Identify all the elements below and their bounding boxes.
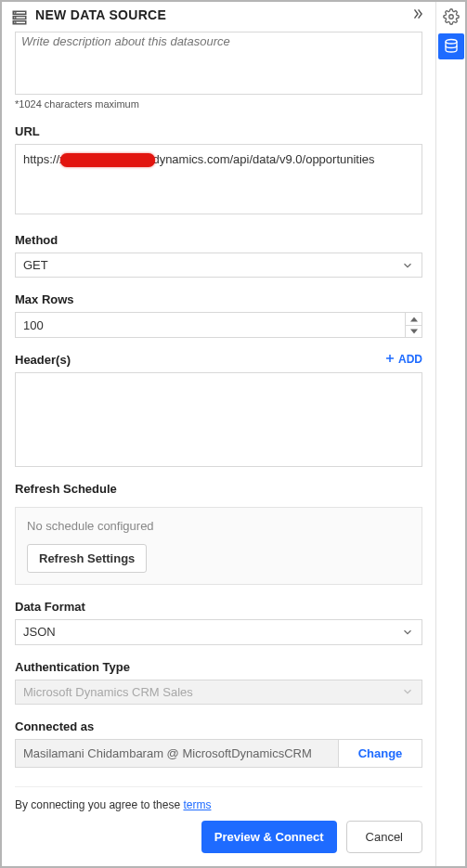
method-value: GET (23, 258, 48, 272)
refresh-label: Refresh Schedule (15, 482, 422, 496)
headers-row: Header(s) ADD (15, 353, 422, 367)
add-header-button[interactable]: ADD (384, 353, 422, 367)
change-connection-button[interactable]: Change (338, 740, 422, 767)
connected-value: Masilamani Chidambaram @ MicrosoftDynami… (16, 740, 338, 767)
chevron-down-icon (401, 626, 414, 639)
svg-point-5 (15, 22, 16, 23)
terms-line: By connecting you agree to these terms (15, 786, 422, 811)
side-rail (435, 2, 465, 866)
svg-point-6 (448, 15, 453, 19)
redacted-overlay (60, 153, 155, 167)
panel-title: NEW DATA SOURCE (35, 7, 426, 22)
refresh-settings-button[interactable]: Refresh Settings (27, 544, 147, 573)
maxrows-input[interactable] (16, 313, 405, 336)
maxrows-stepper (15, 312, 422, 337)
chevron-down-icon (401, 259, 414, 272)
settings-tab[interactable] (438, 4, 464, 30)
action-buttons: Preview & Connect Cancel (15, 821, 422, 857)
datasource-icon (11, 9, 28, 30)
panel-header: NEW DATA SOURCE (2, 2, 435, 32)
preview-connect-button[interactable]: Preview & Connect (201, 821, 337, 853)
refresh-status: No schedule configured (27, 519, 410, 533)
method-label: Method (15, 233, 422, 247)
cancel-button[interactable]: Cancel (346, 821, 422, 853)
connected-row: Masilamani Chidambaram @ MicrosoftDynami… (15, 739, 422, 768)
authtype-select: Microsoft Dynamics CRM Sales (15, 680, 422, 705)
authtype-label: Authentication Type (15, 660, 422, 674)
url-field-wrap: https://xxxxxxxxxxx.crm.dynamics.com/api… (15, 144, 422, 218)
collapse-panel-button[interactable] (409, 7, 426, 24)
stepper-down-button[interactable] (406, 326, 422, 337)
description-input[interactable] (16, 32, 422, 90)
dataformat-value: JSON (23, 625, 56, 639)
dataformat-label: Data Format (15, 600, 422, 614)
stepper-buttons (405, 313, 422, 336)
description-box (15, 32, 422, 95)
app-frame: NEW DATA SOURCE *1024 characters maximum… (0, 0, 467, 868)
headers-label: Header(s) (15, 353, 71, 367)
data-tab[interactable] (438, 33, 464, 59)
authtype-value: Microsoft Dynamics CRM Sales (23, 685, 193, 699)
url-label: URL (15, 124, 422, 138)
method-select[interactable]: GET (15, 253, 422, 278)
maxrows-label: Max Rows (15, 292, 422, 306)
main-panel: NEW DATA SOURCE *1024 characters maximum… (2, 2, 435, 866)
plus-icon (384, 353, 396, 367)
chevron-down-icon (401, 685, 414, 698)
terms-link[interactable]: terms (183, 798, 211, 811)
add-header-label: ADD (398, 353, 422, 366)
svg-point-4 (15, 18, 16, 19)
form-content: *1024 characters maximum URL https://xxx… (2, 32, 435, 866)
stepper-up-button[interactable] (406, 313, 422, 325)
connected-label: Connected as (15, 719, 422, 733)
refresh-box: No schedule configured Refresh Settings (15, 507, 422, 585)
svg-point-7 (446, 40, 457, 45)
dataformat-select[interactable]: JSON (15, 619, 422, 644)
svg-point-3 (15, 12, 16, 13)
terms-prefix: By connecting you agree to these (15, 798, 183, 811)
headers-box[interactable] (15, 372, 422, 467)
char-limit-hint: *1024 characters maximum (15, 98, 422, 110)
